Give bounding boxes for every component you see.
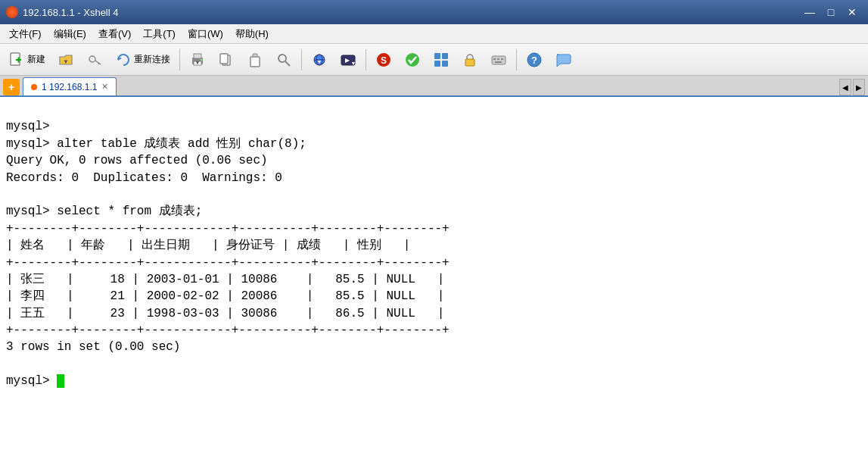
svg-rect-15 [250,57,260,67]
line-6: +--------+--------+------------+--------… [6,222,450,236]
separator-4 [516,49,517,70]
find-icon [275,52,292,68]
line-9: | 张三 | 18 | 2003-01-01 | 10086 | 85.5 | … [6,273,444,286]
svg-point-17 [278,55,286,62]
tab-bar: + 1 192.168.1.1 ✕ ◀ ▶ [0,76,868,97]
svg-rect-30 [442,53,448,59]
squirrel-button[interactable]: S [370,48,397,71]
print-icon: ▼ [189,52,206,68]
tab-label: 1 192.168.1.1 [42,82,97,92]
reconnect-label: 重新连接 [134,53,170,66]
paste-button[interactable] [241,48,269,71]
key-button[interactable] [81,48,108,71]
new-label: 新建 [27,53,45,66]
squirrel-icon: S [375,52,392,68]
line-1: mysql> [6,120,50,133]
new-tab-button[interactable]: + [3,79,20,95]
svg-rect-14 [220,54,228,64]
menu-tools[interactable]: 工具(T) [137,26,182,42]
tab-session-1[interactable]: 1 192.168.1.1 ✕ [23,77,117,95]
svg-rect-37 [501,58,503,60]
line-11: | 王五 | 23 | 1998-03-03 | 30086 | 86.5 | … [6,307,444,320]
grid-button[interactable] [428,48,455,71]
lock-icon [462,52,478,68]
help-button[interactable]: ? [521,48,548,71]
key-icon [86,52,103,68]
svg-marker-7 [118,57,122,61]
terminal-area[interactable]: mysql> mysql> alter table 成绩表 add 性别 cha… [0,97,868,453]
svg-text:▼: ▼ [63,58,69,65]
find-button[interactable] [270,48,297,71]
globe-icon: ▼ [311,52,328,68]
minimize-button[interactable]: — [800,5,820,20]
menu-window[interactable]: 窗口(W) [182,26,229,42]
svg-line-6 [98,63,99,64]
toolbar: 新建 ▼ 重新连接 [0,44,868,76]
svg-text:?: ? [531,55,537,66]
line-13: 3 rows in set (0.00 sec) [6,340,180,354]
tab-scroll-right[interactable]: ▶ [853,79,865,95]
new-button[interactable]: 新建 [3,48,51,71]
svg-text:▼: ▼ [351,61,356,66]
svg-rect-38 [495,61,502,63]
reconnect-button[interactable]: 重新连接 [110,48,176,71]
tab-scroll-controls: ◀ ▶ [839,79,865,95]
svg-text:S: S [381,55,387,66]
chat-icon [555,52,571,68]
app-icon [6,6,18,18]
svg-rect-31 [434,61,440,67]
tab-close-button[interactable]: ✕ [101,82,108,92]
menu-file[interactable]: 文件(F) [3,26,48,42]
svg-rect-9 [194,54,201,58]
separator-3 [366,49,366,70]
svg-rect-33 [465,59,474,66]
svg-rect-32 [442,61,448,67]
svg-rect-36 [497,58,499,60]
line-3: Query OK, 0 rows affected (0.06 sec) [6,154,268,167]
scripts-button[interactable]: ▼ [334,48,362,71]
svg-line-18 [285,61,290,66]
terminal-cursor [57,374,64,388]
help-icon: ? [526,52,543,68]
line-12: +--------+--------+------------+--------… [6,323,450,337]
copy-button[interactable] [213,48,240,71]
menu-bar: 文件(F) 编辑(E) 查看(V) 工具(T) 窗口(W) 帮助(H) [0,24,868,44]
open-button[interactable]: ▼ [52,48,79,71]
line-7: | 姓名 | 年龄 | 出生日期 | 身份证号 | 成绩 | 性别 | [6,239,410,252]
tab-scroll-left[interactable]: ◀ [839,79,851,95]
svg-rect-34 [492,56,506,64]
print-button[interactable]: ▼ [184,48,211,71]
svg-text:▼: ▼ [195,60,201,65]
reconnect-icon [115,52,132,68]
menu-view[interactable]: 查看(V) [92,26,137,42]
separator-2 [301,49,302,70]
globe-button[interactable]: ▼ [306,48,333,71]
keyboard-button[interactable] [485,48,512,71]
check-icon [404,52,421,68]
open-icon: ▼ [58,52,74,68]
keyboard-icon [490,52,507,68]
new-icon [8,52,25,68]
maximize-button[interactable]: □ [821,5,841,20]
line-8: +--------+--------+------------+--------… [6,256,450,270]
window-controls: — □ ✕ [800,5,862,20]
check-button[interactable] [399,48,426,71]
terminal-output: mysql> mysql> alter table 成绩表 add 性别 cha… [6,102,862,407]
menu-edit[interactable]: 编辑(E) [48,26,92,42]
grid-icon [433,52,450,68]
svg-rect-16 [253,54,257,57]
svg-line-5 [95,61,101,64]
svg-point-11 [201,58,202,60]
title-bar: 192.168.1.1 - Xshell 4 — □ ✕ [0,0,868,24]
close-button[interactable]: ✕ [842,5,862,20]
scripts-icon: ▼ [340,52,356,68]
svg-point-4 [89,56,95,62]
window-title: 192.168.1.1 - Xshell 4 [23,7,800,18]
line-10: | 李四 | 21 | 2000-02-02 | 20086 | 85.5 | … [6,289,444,303]
chat-button[interactable] [549,48,577,71]
separator-1 [179,49,180,70]
line-2: mysql> alter table 成绩表 add 性别 char(8); [6,137,306,151]
lock-button[interactable] [456,48,484,71]
line-14: mysql> [6,374,64,388]
menu-help[interactable]: 帮助(H) [229,26,275,42]
